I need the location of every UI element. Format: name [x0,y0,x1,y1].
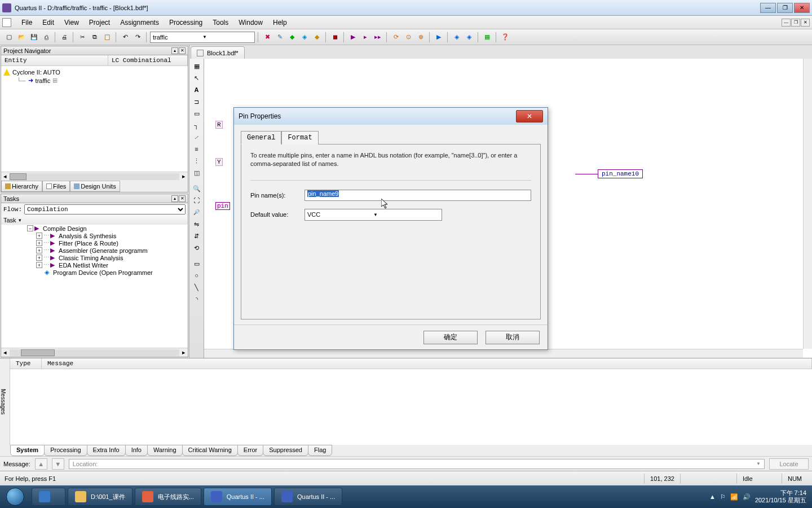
pin-name-input[interactable]: pin_name9 [304,190,531,201]
vt-rect2-icon[interactable]: ▭ [191,259,202,269]
dialog-tab-format[interactable]: Format [281,131,318,144]
tab-design-units[interactable]: Design Units [70,181,120,192]
vt-rotate-icon[interactable]: ⟲ [191,243,202,253]
menu-view[interactable]: View [60,17,83,28]
nav-hscroll[interactable]: ◂ ▸ [1,172,188,181]
menu-window[interactable]: Window [234,17,267,28]
save-button[interactable] [28,32,39,43]
tb-icon-6[interactable]: ▸ [360,32,371,43]
pin-selected[interactable]: pin [215,202,230,210]
tb-icon-12[interactable]: ◈ [451,32,462,43]
dialog-titlebar[interactable]: Pin Properties ✕ [234,108,548,125]
vt-bus-icon[interactable]: ≡ [191,144,202,154]
dialog-tab-general[interactable]: General [241,131,281,144]
mtab-warning[interactable]: Warning [147,445,183,456]
mtab-processing[interactable]: Processing [44,445,87,456]
help-button[interactable]: ❓ [500,32,511,43]
vt-rubber-icon[interactable]: ◫ [191,168,202,178]
tasks-close-icon[interactable]: ✕ [179,195,186,202]
tasks-pin-icon[interactable]: ▴ [171,195,178,202]
panel-pin-icon[interactable]: ▴ [171,47,178,54]
taskbar-item-explorer[interactable] [32,488,65,506]
tb-icon-2[interactable]: ✎ [274,32,285,43]
cut-button[interactable] [77,32,88,43]
taskbar-item-quartus-2[interactable]: Quartus II - ... [274,488,342,506]
tb-icon-1[interactable]: ✖ [262,32,273,43]
undo-button[interactable] [120,32,131,43]
task-tree[interactable]: −▶ Compile Design +⋯▶ Analysis & Synthes… [1,225,188,348]
compile-button[interactable]: ▶ [347,32,359,43]
col-entity[interactable]: Entity [1,55,108,65]
start-button[interactable] [0,485,30,508]
col-type[interactable]: Type [10,358,42,369]
panel-close-icon[interactable]: ✕ [179,47,186,54]
vt-line-icon[interactable]: ╲ [191,282,202,292]
tab-hierarchy[interactable]: Hierarchy [1,181,42,192]
maximize-button[interactable]: ❐ [777,3,793,13]
tb-icon-7[interactable]: ▸▸ [372,32,383,43]
open-button[interactable] [16,32,27,43]
print-button[interactable] [59,32,70,43]
redo-button[interactable] [132,32,143,43]
tb-stop[interactable]: ◼ [329,32,341,43]
taskbar-item-vnc[interactable]: 电子线路实... [135,488,201,506]
minimize-button[interactable]: — [760,3,776,13]
mtab-suppressed[interactable]: Suppressed [263,445,308,456]
ok-button[interactable]: 确定 [423,331,478,344]
menu-tools[interactable]: Tools [208,17,233,28]
save-all-button[interactable]: ⎙ [41,32,52,43]
canvas-vscroll[interactable] [803,59,812,349]
msg-next-button[interactable]: ▼ [52,458,64,470]
vt-rect-icon[interactable]: ▭ [191,108,202,119]
pin-r[interactable]: R [215,121,223,129]
mtab-system[interactable]: System [10,445,45,456]
tray-flag-icon[interactable]: ⚐ [720,493,726,501]
vt-flip-v-icon[interactable]: ⇵ [191,231,202,241]
menu-assignments[interactable]: Assignments [116,17,164,28]
vt-fit-icon[interactable]: ⛶ [191,195,202,205]
output-pin[interactable]: pin_name10 [575,169,643,178]
tb-icon-11[interactable]: ▶ [433,32,444,43]
new-button[interactable] [3,32,15,43]
messages-list[interactable] [10,369,812,445]
tasks-hscroll[interactable]: ◂ ▸ [1,348,188,357]
vt-zoom-icon[interactable]: 🔍 [191,183,202,194]
tb-icon-13[interactable]: ◈ [464,32,475,43]
tb-icon-9[interactable]: ⊙ [403,32,414,43]
paste-button[interactable] [102,32,113,43]
mtab-error[interactable]: Error [237,445,263,456]
vt-flip-h-icon[interactable]: ⇋ [191,219,202,229]
menu-processing[interactable]: Processing [165,17,207,28]
tb-icon-10[interactable]: ⊕ [415,32,426,43]
vt-pointer-icon[interactable]: ↖ [191,73,202,83]
menu-edit[interactable]: Edit [38,17,59,28]
vt-oval-icon[interactable]: ○ [191,270,202,281]
close-button[interactable]: ✕ [794,3,810,13]
project-combo[interactable]: traffic ▼ [150,32,255,43]
dialog-close-button[interactable]: ✕ [516,110,543,122]
taskbar-item-quartus-1[interactable]: Quartus II - ... [204,488,272,506]
location-combo[interactable]: Location:▼ [69,459,765,469]
msg-prev-button[interactable]: ▲ [35,458,47,470]
nav-tree[interactable]: Cyclone II: AUTO └─ ➜ traffic ⊞ [1,66,188,172]
tray-up-icon[interactable]: ▲ [709,493,716,500]
task-header[interactable]: Task ▾ [1,216,188,225]
mtab-flag[interactable]: Flag [308,445,332,456]
menu-file[interactable]: File [17,17,37,28]
mtab-critical[interactable]: Critical Warning [182,445,238,456]
default-value-select[interactable]: VCC ▼ [304,209,442,221]
vt-ortho-icon[interactable]: ┐ [191,120,202,130]
tb-icon-5[interactable]: ◆ [311,32,323,43]
mdi-minimize[interactable]: — [782,19,791,27]
tb-icon-3[interactable]: ◆ [286,32,298,43]
tb-icon-8[interactable]: ⟳ [390,32,401,43]
tb-icon-14[interactable]: ▦ [482,32,493,43]
system-tray[interactable]: ▲ ⚐ 📶 🔊 下午 7:14 2021/10/15 星期五 [704,489,812,504]
vt-diag-icon[interactable]: ⟋ [191,132,202,142]
tray-network-icon[interactable]: 📶 [730,493,738,501]
col-lc[interactable]: LC Combinational [108,55,188,65]
menu-project[interactable]: Project [85,17,114,28]
canvas-hscroll[interactable] [204,349,803,358]
mtab-info[interactable]: Info [125,445,148,456]
col-message[interactable]: Message [42,358,812,369]
